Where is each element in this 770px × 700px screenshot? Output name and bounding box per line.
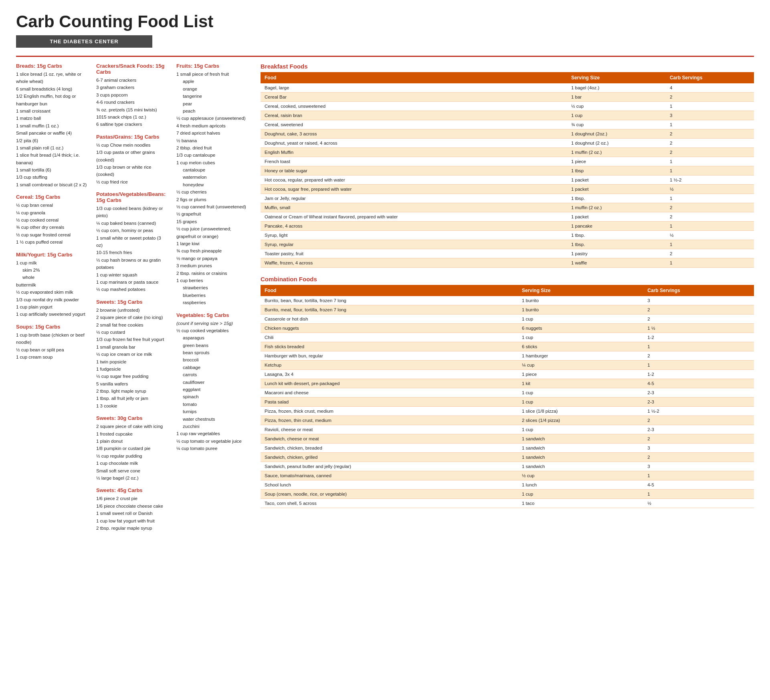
table-row: Pizza, frozen, thick crust, medium1 slic… [261, 407, 754, 416]
table-row: Macaroni and cheese1 cup2-3 [261, 388, 754, 397]
table-cell: 1 taco [518, 499, 643, 508]
breakfast-table-body: Bagel, large1 bagel (4oz.)4Cereal Bar1 b… [261, 83, 754, 268]
table-cell: 2 [666, 129, 754, 139]
table-cell: Syrup, regular [261, 240, 567, 249]
table-cell: 1 [666, 194, 754, 203]
list-item: 1 cup melon cubes [176, 159, 249, 166]
list-item: 1015 snack chips (1 oz.) [96, 113, 168, 121]
header-bar: THE DIABETES CENTER [16, 35, 152, 48]
list-item: 1 cup low fat yogurt with fruit [96, 517, 168, 524]
table-cell: Doughnut, yeast or raised, 4 across [261, 139, 567, 148]
list-item: 1 slice fruit bread (1/4 thick; i.e. ban… [16, 151, 88, 166]
section-content: ½ cup bran cereal¼ cup granola½ cup cook… [16, 202, 88, 246]
list-item: broccoli [176, 356, 249, 363]
list-item: 6 saltine type crackers [96, 121, 168, 128]
table-cell: Doughnut, cake, 3 across [261, 129, 567, 139]
list-item: 2 tblsp. dried fruit [176, 144, 249, 151]
table-cell: 1 [643, 490, 754, 499]
section-title: Milk/Yogurt: 15g Carbs [16, 252, 88, 258]
table-row: Sauce, tomato/marinara, canned½ cup1 [261, 471, 754, 480]
list-item: 2 tbsp. raisins or craisins [176, 270, 249, 277]
table-cell: 1 [643, 361, 754, 370]
list-item: 3 cups popcorn [96, 91, 168, 99]
section-title: Potatoes/Vegetables/Beans: 15g Carbs [96, 191, 168, 203]
list-item: 1 small croissant [16, 107, 88, 115]
list-item: 1 cup artificially sweetened yogurt [16, 311, 88, 318]
table-cell: 1 [666, 240, 754, 249]
list-item: raspberries [176, 299, 249, 306]
list-item: 1 frosted cupcake [96, 430, 168, 438]
table-header-cell: Carb Servings [666, 72, 754, 83]
table-cell: 1 cup [518, 388, 643, 397]
list-item: 3 medium prunes [176, 262, 249, 269]
combination-table-head: FoodServing SizeCarb Servings [261, 285, 754, 296]
table-cell: 2 [643, 305, 754, 315]
table-header-cell: Serving Size [567, 72, 666, 83]
list-item: eggplant [176, 386, 249, 393]
list-item: Small pancake or waffle (4) [16, 129, 88, 137]
table-cell: 1 sandwich [518, 462, 643, 471]
table-cell: Syrup, light [261, 231, 567, 240]
table-row: French toast1 piece1 [261, 157, 754, 166]
table-cell: 1 slice (1/8 pizza) [518, 407, 643, 416]
table-cell: 1 muffin (2 oz.) [567, 148, 666, 157]
table-cell: Pizza, frozen, thick crust, medium [261, 407, 518, 416]
combination-title: Combination Foods [261, 276, 754, 282]
list-item: 2 square piece of cake (no icing) [96, 314, 168, 321]
list-item: 1 cup winter squash [96, 271, 168, 278]
table-cell: 1 tbsp. [567, 240, 666, 249]
table-cell: 1 ½-2 [666, 176, 754, 185]
combination-table-body: Burrito, bean, flour, tortilla, frozen 7… [261, 296, 754, 508]
list-item: ½ cup cherries [176, 188, 249, 196]
list-item: ½ cup corn, hominy or peas [96, 227, 168, 234]
table-row: Muffin, small1 muffin (2 oz.)2 [261, 203, 754, 212]
table-cell: 1 waffle [567, 258, 666, 268]
table-cell: Oatmeal or Cream of Wheat instant flavor… [261, 212, 567, 222]
section-content: ½ cup Chow mein noodles1/3 cup pasta or … [96, 141, 168, 186]
table-row: Burrito, meat, flour, tortilla, frozen 7… [261, 305, 754, 315]
list-item: 6 small breadsticks (4 long) [16, 85, 88, 93]
table-cell: 1 [643, 342, 754, 351]
list-item: strawberries [176, 284, 249, 291]
table-cell: 1 ½-2 [643, 407, 754, 416]
section-title: Fruits: 15g Carbs [176, 63, 249, 69]
list-item: 1 small plain roll (1 oz.) [16, 144, 88, 151]
list-item: 1/3 cup nonfat dry milk powder [16, 296, 88, 303]
list-item: 1 cup berries [176, 277, 249, 284]
list-item: 1/3 cup cantaloupe [176, 151, 249, 159]
table-cell: 1 [643, 471, 754, 480]
table-cell: Cereal Bar [261, 93, 567, 102]
list-item: ½ cup ice cream or ice milk [96, 351, 168, 358]
col-crackers: Crackers/Snack Foods: 15g Carbs6-7 anima… [96, 63, 168, 532]
table-row: Cereal, raisin bran1 cup3 [261, 111, 754, 120]
list-item: zucchini [176, 423, 249, 430]
list-item: orange [176, 85, 249, 93]
list-item: 15 grapes [176, 218, 249, 225]
table-cell: Honey or table sugar [261, 166, 567, 176]
table-cell: 1 sandwich [518, 444, 643, 453]
table-cell: 1 tbsp [567, 166, 666, 176]
table-cell: 6 sticks [518, 342, 643, 351]
list-item: ¾ oz. pretzels (15 mini twists) [96, 106, 168, 113]
list-item: 2 square piece of cake with icing [96, 423, 168, 430]
table-cell: 1 lunch [518, 480, 643, 490]
table-cell: 1 ½ [643, 324, 754, 333]
table-cell: Chili [261, 333, 518, 342]
table-cell: Waffle, frozen, 4 across [261, 258, 567, 268]
col-fruits: Fruits: 15g Carbs1 small piece of fresh … [176, 63, 249, 532]
table-row: Syrup, light1 tbsp.½ [261, 231, 754, 240]
table-cell: 1 sandwich [518, 434, 643, 444]
section-content: 1 cup broth base (chicken or beef noodle… [16, 331, 88, 361]
divider [16, 56, 754, 57]
table-header-cell: Food [261, 72, 567, 83]
table-cell: ¾ cup [567, 120, 666, 129]
list-item: pear [176, 100, 249, 107]
list-item: 1 plain donut [96, 438, 168, 445]
list-item: 1 small muffin (1 oz.) [16, 122, 88, 129]
section-subtitle: (count if serving size > 15g) [176, 320, 249, 327]
table-cell: ½ cup [567, 102, 666, 111]
table-row: Sandwich, chicken, breaded1 sandwich3 [261, 444, 754, 453]
list-item: 1 small granola bar [96, 343, 168, 351]
list-item: cantaloupe [176, 166, 249, 173]
list-item: 1/2 pita (6) [16, 137, 88, 144]
